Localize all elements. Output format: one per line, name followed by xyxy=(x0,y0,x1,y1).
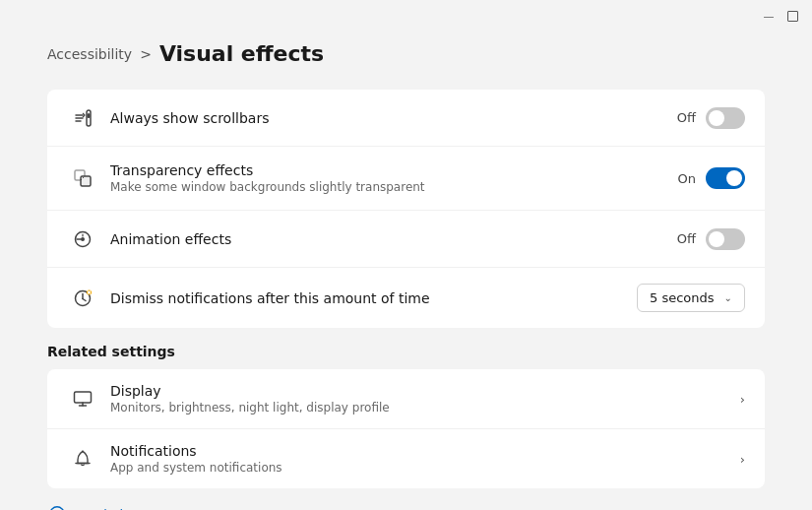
toggle-thumb-scrollbars xyxy=(709,110,724,126)
toggle-scrollbars[interactable] xyxy=(706,107,745,129)
breadcrumb-parent[interactable]: Accessibility xyxy=(47,46,132,62)
related-settings-card: Display Monitors, brightness, night ligh… xyxy=(47,369,765,488)
setting-text-animation: Animation effects xyxy=(110,231,677,247)
svg-rect-1 xyxy=(88,113,91,118)
toggle-label-scrollbars: Off xyxy=(677,110,696,125)
related-settings-label: Related settings xyxy=(47,344,765,359)
setting-text-transparency: Transparency effects Make some window ba… xyxy=(110,162,678,194)
setting-title-scrollbars: Always show scrollbars xyxy=(110,110,677,126)
setting-title-dismiss-notifications: Dismiss notifications after this amount … xyxy=(110,290,637,306)
setting-title-notifications: Notifications xyxy=(110,443,740,459)
minimize-button[interactable]: — xyxy=(761,8,777,24)
nav-chevron-display: › xyxy=(740,392,745,407)
nav-row-display[interactable]: Display Monitors, brightness, night ligh… xyxy=(47,369,765,429)
settings-card: Always show scrollbars Off Transparency … xyxy=(47,90,765,328)
nav-row-notifications[interactable]: Notifications App and system notificatio… xyxy=(47,429,765,488)
setting-row-animation: Animation effects Off xyxy=(47,211,765,268)
dismiss-notifications-icon xyxy=(67,288,98,308)
restore-button[interactable] xyxy=(784,8,800,24)
scrollbars-icon xyxy=(67,108,98,128)
breadcrumb: Accessibility > Visual effects xyxy=(47,41,765,66)
toggle-thumb-transparency xyxy=(726,170,742,186)
setting-control-transparency: On xyxy=(678,167,745,189)
setting-text-display: Display Monitors, brightness, night ligh… xyxy=(110,383,740,414)
notifications-icon xyxy=(67,449,98,469)
transparency-icon xyxy=(67,168,98,188)
svg-rect-6 xyxy=(81,176,91,186)
main-content: Accessibility > Visual effects Always sh… xyxy=(0,32,812,510)
toggle-transparency[interactable] xyxy=(706,167,745,189)
display-icon xyxy=(67,389,98,409)
toggle-animation[interactable] xyxy=(706,228,745,250)
toggle-label-transparency: On xyxy=(678,171,696,186)
get-help-label: Get help xyxy=(77,507,131,511)
setting-row-always-show-scrollbars: Always show scrollbars Off xyxy=(47,90,765,147)
dropdown-value: 5 seconds xyxy=(650,290,715,305)
setting-control-dismiss-notifications: 5 seconds ⌄ xyxy=(637,284,745,312)
dismiss-notifications-dropdown[interactable]: 5 seconds ⌄ xyxy=(637,284,745,312)
nav-chevron-notifications: › xyxy=(740,452,745,467)
breadcrumb-current: Visual effects xyxy=(159,41,324,66)
setting-title-animation: Animation effects xyxy=(110,231,677,247)
chevron-down-icon: ⌄ xyxy=(724,292,732,303)
setting-control-animation: Off xyxy=(677,228,745,250)
setting-row-transparency: Transparency effects Make some window ba… xyxy=(47,147,765,211)
animation-icon xyxy=(67,229,98,249)
svg-line-14 xyxy=(83,298,86,300)
setting-control-scrollbars: Off xyxy=(677,107,745,129)
minimize-icon: — xyxy=(764,10,775,23)
toggle-label-animation: Off xyxy=(677,231,696,246)
get-help-link[interactable]: ? Get help xyxy=(47,504,765,510)
svg-point-22 xyxy=(82,451,84,453)
setting-title-display: Display xyxy=(110,383,740,399)
setting-text-notifications: Notifications App and system notificatio… xyxy=(110,443,740,475)
setting-row-dismiss-notifications: Dismiss notifications after this amount … xyxy=(47,268,765,328)
setting-subtitle-notifications: App and system notifications xyxy=(110,461,740,475)
svg-point-10 xyxy=(81,237,85,241)
setting-text-dismiss-notifications: Dismiss notifications after this amount … xyxy=(110,290,637,306)
setting-subtitle-transparency: Make some window backgrounds slightly tr… xyxy=(110,180,678,194)
toggle-thumb-animation xyxy=(709,231,724,247)
setting-title-transparency: Transparency effects xyxy=(110,162,678,178)
svg-rect-18 xyxy=(75,392,92,403)
breadcrumb-separator: > xyxy=(140,46,152,62)
setting-subtitle-display: Monitors, brightness, night light, displ… xyxy=(110,401,740,414)
footer-links: ? Get help Give feedback xyxy=(47,504,765,510)
title-bar: — xyxy=(0,0,812,32)
setting-text-scrollbars: Always show scrollbars xyxy=(110,110,677,126)
get-help-icon: ? xyxy=(47,504,67,510)
restore-icon xyxy=(787,11,798,22)
